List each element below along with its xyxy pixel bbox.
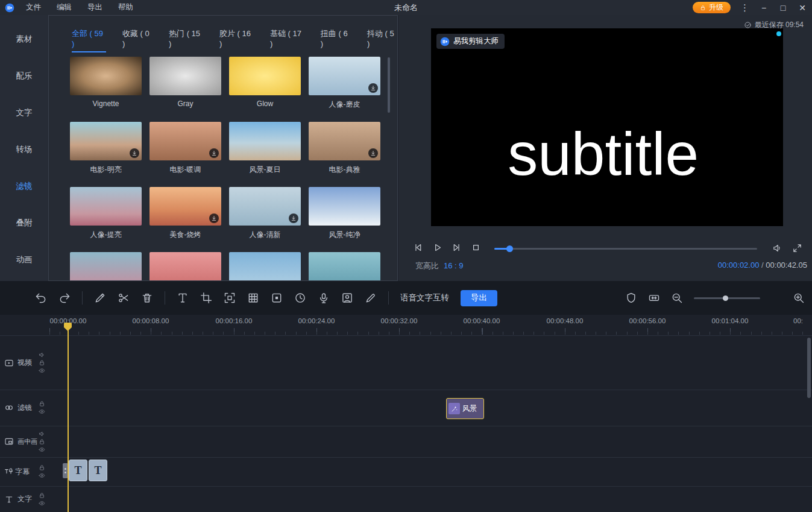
menu-help[interactable]: 帮助 bbox=[118, 2, 133, 13]
subtitle-clip[interactable]: T bbox=[89, 460, 107, 481]
filter-item[interactable]: Glow bbox=[229, 57, 301, 110]
voiceover-button[interactable] bbox=[318, 292, 330, 304]
seek-thumb[interactable] bbox=[506, 245, 513, 252]
eye-icon[interactable] bbox=[39, 472, 45, 479]
more-menu-icon[interactable]: ⋮ bbox=[740, 2, 749, 13]
mosaic-button[interactable] bbox=[247, 292, 259, 304]
lock-icon[interactable] bbox=[39, 438, 45, 445]
download-icon[interactable] bbox=[209, 148, 219, 158]
filter-item[interactable] bbox=[149, 252, 221, 280]
filter-item[interactable] bbox=[229, 252, 301, 280]
subtitle-clip[interactable]: T bbox=[69, 460, 87, 481]
lock-icon bbox=[700, 5, 706, 11]
crop-button[interactable] bbox=[200, 292, 212, 304]
timeline-zoom-slider[interactable] bbox=[694, 297, 760, 299]
playhead[interactable] bbox=[68, 323, 69, 512]
fullscreen-icon[interactable] bbox=[792, 243, 802, 253]
filter-item[interactable]: 美食-烧烤 bbox=[149, 187, 221, 240]
upgrade-button[interactable]: 升级 bbox=[693, 2, 731, 13]
timeline-scrollbar[interactable] bbox=[807, 338, 811, 398]
tab-all[interactable]: 全部 ( 59 ) bbox=[72, 28, 106, 52]
menu-file[interactable]: 文件 bbox=[26, 2, 41, 13]
menu-export[interactable]: 导出 bbox=[87, 2, 102, 13]
marker-button[interactable] bbox=[625, 292, 637, 304]
canvas-size-button[interactable] bbox=[224, 292, 236, 304]
aspect-ratio[interactable]: 宽高比16 : 9 bbox=[415, 261, 464, 271]
sidebar-item-material[interactable]: 素材 bbox=[0, 21, 48, 57]
menu-edit[interactable]: 编辑 bbox=[57, 2, 72, 13]
zoom-slider-thumb[interactable] bbox=[723, 296, 728, 301]
lock-icon[interactable] bbox=[39, 464, 45, 471]
minimize-button[interactable]: − bbox=[759, 3, 769, 13]
eye-icon[interactable] bbox=[39, 408, 45, 415]
portrait-button[interactable] bbox=[341, 292, 353, 304]
filter-item[interactable]: 风景-夏日 bbox=[229, 122, 301, 175]
tab-basic[interactable]: 基础 ( 17 ) bbox=[270, 28, 304, 52]
close-button[interactable]: ✕ bbox=[798, 3, 807, 13]
filter-item[interactable]: 电影-典雅 bbox=[309, 122, 380, 175]
volume-icon[interactable] bbox=[772, 243, 782, 253]
lock-icon[interactable] bbox=[39, 492, 45, 499]
play-button[interactable] bbox=[432, 242, 442, 253]
next-frame-button[interactable] bbox=[452, 242, 462, 253]
filter-item[interactable] bbox=[309, 252, 380, 280]
tab-distort[interactable]: 扭曲 ( 6 ) bbox=[321, 28, 351, 52]
download-icon[interactable] bbox=[368, 83, 378, 93]
fit-timeline-button[interactable] bbox=[648, 292, 660, 304]
stop-button[interactable] bbox=[471, 242, 481, 253]
sidebar-item-music[interactable]: 配乐 bbox=[0, 57, 48, 94]
divider bbox=[0, 457, 812, 458]
draw-button[interactable] bbox=[365, 292, 377, 304]
eye-icon[interactable] bbox=[39, 367, 45, 374]
redo-button[interactable] bbox=[58, 292, 71, 304]
tab-shake[interactable]: 抖动 ( 5 ) bbox=[367, 28, 397, 52]
undo-button[interactable] bbox=[35, 292, 47, 304]
sidebar-item-overlay[interactable]: 叠附 bbox=[0, 204, 48, 241]
freeze-frame-button[interactable] bbox=[271, 292, 283, 304]
tab-hot[interactable]: 热门 ( 15 ) bbox=[169, 28, 203, 52]
speaker-icon[interactable] bbox=[39, 431, 45, 437]
filter-item[interactable]: 人像-清新 bbox=[229, 187, 301, 240]
filter-item[interactable]: 电影-明亮 bbox=[70, 122, 142, 175]
download-icon[interactable] bbox=[368, 148, 378, 158]
filter-clip[interactable]: 风景 bbox=[446, 398, 484, 419]
video-canvas[interactable]: 易我剪辑大师 subtitle bbox=[431, 28, 783, 226]
zoom-in-button[interactable] bbox=[793, 292, 805, 304]
filter-item[interactable]: 人像-磨皮 bbox=[309, 57, 380, 110]
split-button[interactable] bbox=[118, 292, 130, 304]
edit-clip-button[interactable] bbox=[94, 292, 106, 304]
delete-button[interactable] bbox=[141, 292, 153, 304]
filter-item[interactable] bbox=[70, 252, 142, 280]
subtitle-preview-text[interactable]: subtitle bbox=[508, 124, 699, 184]
sidebar-item-filter[interactable]: 滤镜 bbox=[0, 168, 48, 204]
filter-item[interactable]: 电影-暖调 bbox=[149, 122, 221, 175]
selection-handle-dot[interactable] bbox=[776, 31, 781, 36]
export-button[interactable]: 导出 bbox=[461, 290, 497, 306]
sidebar-item-text[interactable]: 文字 bbox=[0, 94, 48, 131]
filter-item[interactable]: 人像-提亮 bbox=[70, 187, 142, 240]
previous-frame-button[interactable] bbox=[413, 242, 423, 253]
filter-thumbnail bbox=[229, 122, 301, 160]
download-icon[interactable] bbox=[289, 213, 298, 223]
zoom-out-button[interactable] bbox=[671, 292, 683, 304]
speech-text-convert-button[interactable]: 语音文字互转 bbox=[400, 292, 449, 303]
download-icon[interactable] bbox=[209, 213, 219, 223]
duration-button[interactable] bbox=[294, 292, 306, 304]
text-tool-button[interactable] bbox=[177, 292, 189, 304]
tab-film[interactable]: 胶片 ( 16 ) bbox=[219, 28, 254, 52]
sidebar-item-animation[interactable]: 动画 bbox=[0, 241, 48, 278]
tab-favorites[interactable]: 收藏 ( 0 ) bbox=[122, 28, 153, 52]
filter-item[interactable]: 风景-纯净 bbox=[309, 187, 380, 240]
panel-scrollbar[interactable] bbox=[388, 57, 390, 113]
sidebar-item-transition[interactable]: 转场 bbox=[0, 131, 48, 168]
eye-icon[interactable] bbox=[39, 446, 45, 453]
maximize-button[interactable]: □ bbox=[778, 3, 788, 13]
eye-icon[interactable] bbox=[39, 500, 45, 507]
speaker-icon[interactable] bbox=[39, 352, 45, 358]
lock-icon[interactable] bbox=[39, 400, 45, 407]
seek-bar[interactable] bbox=[494, 248, 757, 250]
filter-item[interactable]: Gray bbox=[149, 57, 221, 110]
lock-icon[interactable] bbox=[39, 359, 45, 366]
download-icon[interactable] bbox=[130, 148, 139, 158]
filter-item[interactable]: Vignette bbox=[70, 57, 142, 110]
